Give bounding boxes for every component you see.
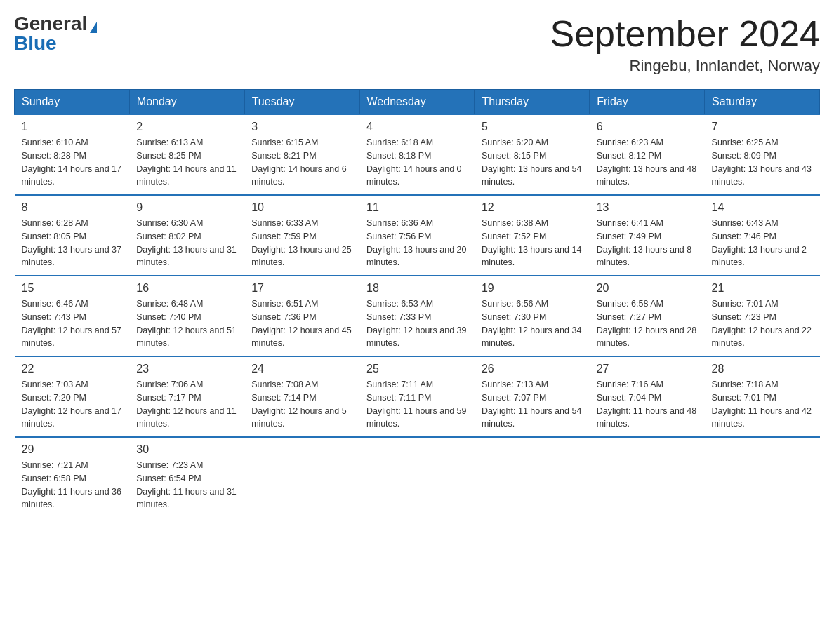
day-number: 15 (22, 282, 123, 295)
sunset-label: Sunset: 8:25 PM (136, 151, 201, 161)
daylight-label: Daylight: 12 hours and 57 minutes. (22, 326, 121, 349)
calendar-day-cell: 11 Sunrise: 6:36 AM Sunset: 7:56 PM Dayl… (359, 195, 475, 276)
daylight-label: Daylight: 12 hours and 28 minutes. (597, 326, 696, 349)
logo-general-text: General (14, 13, 87, 34)
sunrise-label: Sunrise: 7:21 AM (22, 460, 88, 470)
day-number: 27 (597, 363, 698, 375)
day-info: Sunrise: 7:11 AM Sunset: 7:11 PM Dayligh… (366, 378, 468, 431)
sunrise-label: Sunrise: 6:28 AM (22, 218, 88, 228)
header-friday: Friday (590, 90, 705, 115)
daylight-label: Daylight: 12 hours and 22 minutes. (712, 326, 812, 349)
day-info: Sunrise: 7:13 AM Sunset: 7:07 PM Dayligh… (482, 378, 583, 431)
sunset-label: Sunset: 8:21 PM (251, 151, 316, 161)
day-info: Sunrise: 6:13 AM Sunset: 8:25 PM Dayligh… (136, 136, 237, 189)
sunrise-label: Sunrise: 7:11 AM (366, 380, 433, 389)
day-info: Sunrise: 6:48 AM Sunset: 7:40 PM Dayligh… (136, 297, 237, 350)
sunrise-label: Sunrise: 6:41 AM (597, 218, 663, 228)
day-number: 29 (22, 443, 123, 456)
day-number: 13 (597, 201, 698, 214)
calendar-day-cell (359, 437, 475, 517)
calendar-week-row: 1 Sunrise: 6:10 AM Sunset: 8:28 PM Dayli… (15, 114, 820, 195)
sunrise-label: Sunrise: 6:38 AM (482, 218, 548, 228)
calendar-day-cell: 2 Sunrise: 6:13 AM Sunset: 8:25 PM Dayli… (129, 114, 244, 195)
calendar-day-cell: 18 Sunrise: 6:53 AM Sunset: 7:33 PM Dayl… (359, 276, 475, 356)
day-info: Sunrise: 6:43 AM Sunset: 7:46 PM Dayligh… (712, 217, 813, 269)
day-info: Sunrise: 6:23 AM Sunset: 8:12 PM Dayligh… (597, 136, 698, 189)
sunset-label: Sunset: 7:56 PM (366, 232, 431, 241)
day-info: Sunrise: 6:36 AM Sunset: 7:56 PM Dayligh… (366, 217, 468, 269)
daylight-label: Daylight: 12 hours and 17 minutes. (22, 406, 121, 429)
sunset-label: Sunset: 8:15 PM (482, 151, 546, 161)
day-info: Sunrise: 7:18 AM Sunset: 7:01 PM Dayligh… (712, 378, 813, 431)
sunrise-label: Sunrise: 6:36 AM (366, 218, 433, 228)
day-info: Sunrise: 6:18 AM Sunset: 8:18 PM Dayligh… (366, 136, 468, 189)
title-block: September 2024 Ringebu, Innlandet, Norwa… (550, 14, 821, 75)
header-saturday: Saturday (705, 90, 820, 115)
calendar-day-cell: 14 Sunrise: 6:43 AM Sunset: 7:46 PM Dayl… (705, 195, 820, 276)
month-title: September 2024 (550, 14, 821, 54)
calendar-day-cell: 25 Sunrise: 7:11 AM Sunset: 7:11 PM Dayl… (359, 356, 475, 437)
day-info: Sunrise: 6:33 AM Sunset: 7:59 PM Dayligh… (251, 217, 352, 269)
day-number: 2 (136, 121, 237, 133)
calendar-table: Sunday Monday Tuesday Wednesday Thursday… (14, 89, 820, 517)
sunset-label: Sunset: 6:54 PM (136, 474, 201, 483)
calendar-day-cell: 6 Sunrise: 6:23 AM Sunset: 8:12 PM Dayli… (590, 114, 705, 195)
daylight-label: Daylight: 13 hours and 54 minutes. (482, 164, 581, 187)
calendar-day-cell: 24 Sunrise: 7:08 AM Sunset: 7:14 PM Dayl… (244, 356, 359, 437)
day-info: Sunrise: 7:21 AM Sunset: 6:58 PM Dayligh… (22, 459, 123, 511)
calendar-day-cell: 15 Sunrise: 6:46 AM Sunset: 7:43 PM Dayl… (15, 276, 130, 356)
sunset-label: Sunset: 7:40 PM (136, 312, 201, 322)
sunset-label: Sunset: 7:04 PM (597, 393, 661, 403)
sunset-label: Sunset: 7:33 PM (366, 312, 431, 322)
calendar-day-cell: 21 Sunrise: 7:01 AM Sunset: 7:23 PM Dayl… (705, 276, 820, 356)
sunrise-label: Sunrise: 7:03 AM (22, 380, 88, 389)
day-info: Sunrise: 6:15 AM Sunset: 8:21 PM Dayligh… (251, 136, 352, 189)
calendar-day-cell: 1 Sunrise: 6:10 AM Sunset: 8:28 PM Dayli… (15, 114, 130, 195)
day-info: Sunrise: 7:23 AM Sunset: 6:54 PM Dayligh… (136, 459, 237, 511)
day-number: 4 (366, 121, 468, 133)
calendar-day-cell: 5 Sunrise: 6:20 AM Sunset: 8:15 PM Dayli… (475, 114, 590, 195)
sunrise-label: Sunrise: 6:13 AM (136, 137, 203, 147)
sunrise-label: Sunrise: 6:10 AM (22, 137, 88, 147)
calendar-day-cell: 22 Sunrise: 7:03 AM Sunset: 7:20 PM Dayl… (15, 356, 130, 437)
sunset-label: Sunset: 7:43 PM (22, 312, 86, 322)
daylight-label: Daylight: 13 hours and 48 minutes. (597, 164, 696, 187)
day-info: Sunrise: 6:41 AM Sunset: 7:49 PM Dayligh… (597, 217, 698, 269)
calendar-week-row: 29 Sunrise: 7:21 AM Sunset: 6:58 PM Dayl… (15, 437, 820, 517)
sunset-label: Sunset: 7:59 PM (251, 232, 316, 241)
day-number: 9 (136, 201, 237, 214)
day-info: Sunrise: 7:16 AM Sunset: 7:04 PM Dayligh… (597, 378, 698, 431)
sunset-label: Sunset: 8:09 PM (712, 151, 776, 161)
calendar-day-cell: 30 Sunrise: 7:23 AM Sunset: 6:54 PM Dayl… (129, 437, 244, 517)
sunrise-label: Sunrise: 6:43 AM (712, 218, 779, 228)
calendar-header: Sunday Monday Tuesday Wednesday Thursday… (15, 90, 820, 115)
sunrise-label: Sunrise: 6:58 AM (597, 299, 663, 309)
daylight-label: Daylight: 11 hours and 59 minutes. (366, 406, 466, 429)
daylight-label: Daylight: 14 hours and 11 minutes. (136, 164, 236, 187)
day-info: Sunrise: 6:30 AM Sunset: 8:02 PM Dayligh… (136, 217, 237, 269)
day-info: Sunrise: 6:25 AM Sunset: 8:09 PM Dayligh… (712, 136, 813, 189)
calendar-day-cell: 10 Sunrise: 6:33 AM Sunset: 7:59 PM Dayl… (244, 195, 359, 276)
day-number: 19 (482, 282, 583, 295)
sunset-label: Sunset: 7:49 PM (597, 232, 661, 241)
calendar-day-cell (705, 437, 820, 517)
daylight-label: Daylight: 14 hours and 0 minutes. (366, 164, 462, 187)
sunrise-label: Sunrise: 6:30 AM (136, 218, 203, 228)
logo-blue-text: Blue (14, 32, 57, 54)
sunset-label: Sunset: 7:17 PM (136, 393, 201, 403)
day-number: 6 (597, 121, 698, 133)
header-monday: Monday (129, 90, 244, 115)
sunset-label: Sunset: 8:12 PM (597, 151, 661, 161)
day-info: Sunrise: 7:08 AM Sunset: 7:14 PM Dayligh… (251, 378, 352, 431)
sunrise-label: Sunrise: 7:13 AM (482, 380, 548, 389)
day-number: 24 (251, 363, 352, 375)
day-info: Sunrise: 6:38 AM Sunset: 7:52 PM Dayligh… (482, 217, 583, 269)
sunset-label: Sunset: 7:11 PM (366, 393, 431, 403)
calendar-day-cell: 26 Sunrise: 7:13 AM Sunset: 7:07 PM Dayl… (475, 356, 590, 437)
sunset-label: Sunset: 8:28 PM (22, 151, 86, 161)
sunset-label: Sunset: 7:27 PM (597, 312, 661, 322)
daylight-label: Daylight: 13 hours and 14 minutes. (482, 245, 581, 268)
weekday-header-row: Sunday Monday Tuesday Wednesday Thursday… (15, 90, 820, 115)
sunrise-label: Sunrise: 6:20 AM (482, 137, 548, 147)
calendar-day-cell: 20 Sunrise: 6:58 AM Sunset: 7:27 PM Dayl… (590, 276, 705, 356)
